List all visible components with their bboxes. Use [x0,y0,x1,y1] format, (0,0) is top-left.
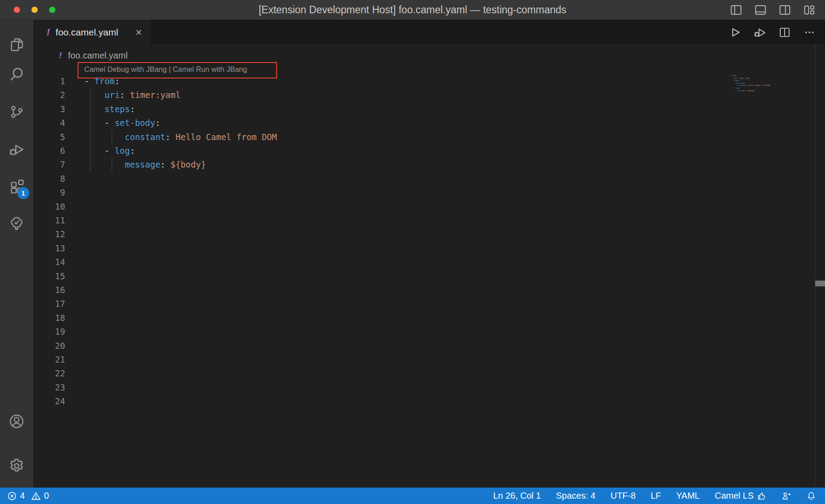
status-item[interactable] [806,491,816,501]
status-item-4[interactable]: 4 [7,491,25,501]
breadcrumb[interactable]: ! foo.camel.yaml [59,49,128,62]
sidebar-item-accounts[interactable] [8,413,25,430]
codelens-commands[interactable]: Camel Debug with JBang | Camel Run with … [84,65,247,74]
breadcrumb-label: foo.camel.yaml [68,51,128,61]
code-line[interactable]: - set-body: [33,116,767,130]
window-title: [Extension Development Host] foo.camel.y… [0,0,825,20]
editor-view[interactable]: ! foo.camel.yaml Camel Debug with JBang … [33,44,825,488]
code-token: : [120,90,125,100]
error-circle-icon [7,491,17,501]
code-line[interactable]: message: ${body} [33,158,767,172]
code-line[interactable]: steps: [33,102,767,116]
toggle-panel-icon[interactable] [754,3,767,17]
line-number: 9 [33,186,65,199]
editor-area: ! foo.camel.yaml ! foo.camel.yaml Camel … [33,20,825,488]
status-bar: 40 Ln 26, Col 1Spaces: 4UTF-8LFYAMLCamel… [0,488,825,504]
code-token: steps [105,104,130,114]
code-line[interactable]: constant: Hello Camel from DOM [33,130,767,144]
sidebar-item-explorer[interactable] [8,36,25,53]
code-token: Hello Camel from DOM [748,84,770,86]
status-item-utf-8[interactable]: UTF-8 [610,491,636,501]
sidebar-item-source-control[interactable] [8,103,25,121]
vscode-window: [Extension Development Host] foo.camel.y… [0,0,825,504]
customize-layout-icon[interactable] [802,3,816,17]
code-token: set-body [735,82,744,84]
tab-bar: ! foo.camel.yaml [33,20,825,44]
code-line[interactable]: - log: [33,144,767,158]
code-token: constant [125,132,166,142]
feedback-icon [782,491,791,501]
status-label: UTF-8 [610,491,636,501]
code-token [165,160,170,169]
line-number: 19 [33,325,65,339]
scrollbar-divider [815,44,815,488]
more-actions-icon[interactable] [803,26,816,39]
line-number: 10 [33,200,65,214]
code-token [729,82,734,84]
code-token: message [125,160,160,169]
code-line[interactable]: - from: [33,74,767,88]
code-token: log [115,146,130,156]
sidebar-item-extensions[interactable]: 1 [8,178,25,195]
sidebar-item-settings[interactable] [8,457,25,474]
code-token: log [735,87,739,89]
run-icon[interactable] [728,26,742,39]
code-token: : [744,82,745,84]
warning-triangle-icon [31,491,41,501]
yaml-file-icon: ! [59,51,62,60]
status-label: Spaces: 4 [556,491,595,501]
line-number: 21 [33,353,65,367]
code-token [729,87,734,89]
status-label: Camel LS [715,491,754,501]
code-token [729,79,734,82]
line-number: 20 [33,339,65,353]
debug-run-icon[interactable] [753,26,766,39]
line-number: 17 [33,297,65,311]
code-token: : [165,132,170,142]
minimap[interactable]: - from: uri: timer:yaml steps: - set-bod… [729,74,770,92]
indent-guide [90,88,90,102]
code-line[interactable]: uri: timer:yaml [33,88,767,102]
code-token [729,90,738,92]
status-item-camel-ls[interactable]: Camel LS [715,491,766,501]
code-token: timer:yaml [739,77,750,79]
toggle-sidebar-icon[interactable] [729,3,743,17]
status-item-yaml[interactable]: YAML [676,491,700,501]
indent-guide [90,130,90,144]
sidebar-item-search[interactable] [8,66,25,83]
debug-icon [8,141,25,158]
code-token: - [84,76,94,86]
status-item-spaces-4[interactable]: Spaces: 4 [556,491,595,501]
close-tab-icon[interactable] [134,27,144,37]
status-label: Ln 26, Col 1 [493,491,541,501]
code-token: : [739,79,740,82]
tab-foo-camel-yaml[interactable]: ! foo.camel.yaml [33,20,151,44]
indent-guide [112,130,112,144]
indent-guide [90,144,90,158]
source-control-icon [8,103,25,121]
status-item-0[interactable]: 0 [31,491,49,501]
status-label: 4 [20,491,25,501]
split-editor-icon[interactable] [778,26,791,39]
status-item-ln-26-col-1[interactable]: Ln 26, Col 1 [493,491,541,501]
status-item-lf[interactable]: LF [651,491,661,501]
indent-guide [90,102,90,116]
code-token: : [130,146,135,156]
code-token [170,132,175,142]
sidebar-item-run-debug[interactable] [8,141,25,158]
status-item[interactable] [782,491,791,501]
code-token: from [94,76,115,86]
line-number: 18 [33,311,65,325]
code-token: Hello Camel from DOM [176,132,277,142]
overview-ruler-marker [815,281,825,286]
sidebar-item-tree-check[interactable] [8,215,25,232]
status-right: Ln 26, Col 1Spaces: 4UTF-8LFYAMLCamel LS [493,491,818,501]
code-token: : [160,160,165,169]
code-token: set-body [115,118,156,128]
toggle-secondary-sidebar-icon[interactable] [778,3,792,17]
indent-guide [90,158,90,172]
code-token: uri [734,77,737,79]
indent-guide [90,116,90,130]
code-token: uri [105,90,120,100]
code-token [84,118,105,128]
